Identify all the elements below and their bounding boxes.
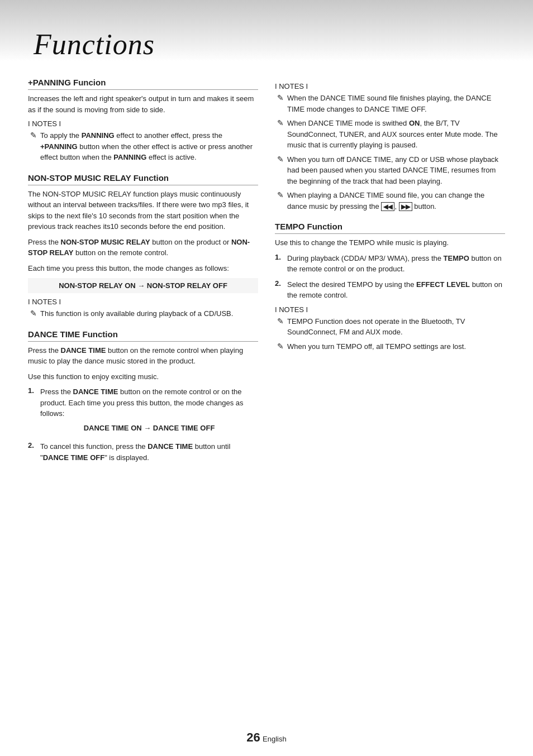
- tempo-notes-header: I NOTES I: [275, 305, 505, 314]
- nonstop-note-text: This function is only available during p…: [40, 308, 233, 319]
- nonstop-note-1: ✎ This function is only available during…: [28, 308, 258, 319]
- footer: 26 English: [0, 730, 533, 745]
- note-icon-5: ✎: [277, 155, 284, 164]
- note-icon-6: ✎: [277, 190, 284, 199]
- dance-item-1-num: 1.: [28, 386, 40, 437]
- tempo-item-1-text: During playback (CDDA/ MP3/ WMA), press …: [287, 253, 505, 275]
- dance-right-note-1-text: When the DANCE TIME sound file finishes …: [287, 93, 505, 114]
- tempo-note-1: ✎ TEMPO Function does not operate in the…: [275, 316, 505, 338]
- tempo-note-2-text: When you turn TEMPO off, all TEMPO setti…: [287, 341, 466, 352]
- tempo-item-1: 1. During playback (CDDA/ MP3/ WMA), pre…: [275, 253, 505, 275]
- dance-item-1-text: Press the DANCE TIME button on the remot…: [40, 386, 258, 437]
- note-pencil-icon: ✎: [30, 131, 37, 140]
- note-icon-7: ✎: [277, 317, 284, 326]
- panning-title-normal: Funcion: [71, 78, 106, 87]
- dance-item-2-text: To cancel this function, press the DANCE…: [40, 441, 258, 463]
- dance-item-1: 1. Press the DANCE TIME button on the re…: [28, 386, 258, 437]
- panning-note-1: ✎ To apply the PANNING effect to another…: [28, 130, 258, 163]
- language-label: English: [263, 735, 287, 743]
- dance-notes-section: I NOTES I ✎ When the DANCE TIME sound fi…: [275, 82, 505, 212]
- content-area: +PANNING Funcion Increases the left and …: [28, 78, 505, 473]
- tempo-section: TEMPO Function Use this to change the TE…: [275, 222, 505, 352]
- nonstop-relay-text: NON-STOP RELAY ON → NON-STOP RELAY OFF: [28, 278, 258, 293]
- dance-right-note-3-text: When you turn off DANCE TIME, any CD or …: [287, 154, 505, 187]
- dance-right-note-1: ✎ When the DANCE TIME sound file finishe…: [275, 93, 505, 114]
- tempo-description: Use this to change the TEMPO while music…: [275, 237, 505, 248]
- nonstop-notes-header: I NOTES I: [28, 298, 258, 306]
- left-column: +PANNING Funcion Increases the left and …: [28, 78, 258, 473]
- dance-item-2: 2. To cancel this function, press the DA…: [28, 441, 258, 463]
- panning-note-text: To apply the PANNING effect to another e…: [40, 130, 258, 163]
- tempo-item-1-num: 1.: [275, 253, 287, 275]
- dance-right-note-2: ✎ When DANCE TIME mode is swithed ON, th…: [275, 118, 505, 151]
- nonstop-description: The NON-STOP MUSIC RELAY function plays …: [28, 189, 258, 232]
- note-pencil-icon-2: ✎: [30, 309, 37, 318]
- page-title: Functions: [28, 17, 505, 61]
- panning-description: Increases the left and right speaker's o…: [28, 93, 258, 115]
- dance-section: DANCE TIME Function Press the DANCE TIME…: [28, 329, 258, 463]
- dance-time-relay: DANCE TIME ON → DANCE TIME OFF: [40, 423, 258, 434]
- dance-right-note-4: ✎ When playing a DANCE TIME sound file, …: [275, 190, 505, 212]
- dance-right-note-3: ✎ When you turn off DANCE TIME, any CD o…: [275, 154, 505, 187]
- note-icon-4: ✎: [277, 118, 284, 127]
- nonstop-description2: Press the NON-STOP MUSIC RELAY button on…: [28, 237, 258, 259]
- note-icon-8: ✎: [277, 342, 284, 351]
- dance-title: DANCE TIME Function: [28, 329, 258, 342]
- panning-title: +PANNING Funcion: [28, 78, 258, 90]
- page-number: 26: [246, 730, 260, 744]
- tempo-item-2-text: Select the desired TEMPO by using the EF…: [287, 279, 505, 301]
- page: Functions +PANNING Funcion Increases the…: [0, 0, 533, 756]
- tempo-note-1-text: TEMPO Function does not operate in the B…: [287, 316, 505, 338]
- tempo-item-2: 2. Select the desired TEMPO by using the…: [275, 279, 505, 301]
- panning-notes-header: I NOTES I: [28, 119, 258, 128]
- dance-description: Press the DANCE TIME button on the remot…: [28, 345, 258, 367]
- dance-right-note-4-text: When playing a DANCE TIME sound file, yo…: [287, 190, 505, 212]
- dance-right-note-2-text: When DANCE TIME mode is swithed ON, the …: [287, 118, 505, 151]
- prev-button-icon: ◀◀: [381, 202, 394, 211]
- nonstop-title: NON-STOP MUSIC RELAY Function: [28, 173, 258, 185]
- next-button-icon: ▶▶: [399, 202, 412, 211]
- note-icon-3: ✎: [277, 93, 284, 102]
- nonstop-section: NON-STOP MUSIC RELAY Function The NON-ST…: [28, 173, 258, 319]
- dance-description2: Use this function to enjoy exciting musi…: [28, 371, 258, 382]
- dance-right-notes-header: I NOTES I: [275, 82, 505, 90]
- panning-section: +PANNING Funcion Increases the left and …: [28, 78, 258, 163]
- right-column: I NOTES I ✎ When the DANCE TIME sound fi…: [275, 78, 505, 473]
- tempo-item-2-num: 2.: [275, 279, 287, 301]
- tempo-note-2: ✎ When you turn TEMPO off, all TEMPO set…: [275, 341, 505, 352]
- panning-title-bold: +PANNING: [28, 78, 71, 87]
- tempo-title: TEMPO Function: [275, 222, 505, 234]
- dance-item-2-num: 2.: [28, 441, 40, 463]
- nonstop-description3: Each time you press this button, the mod…: [28, 263, 258, 274]
